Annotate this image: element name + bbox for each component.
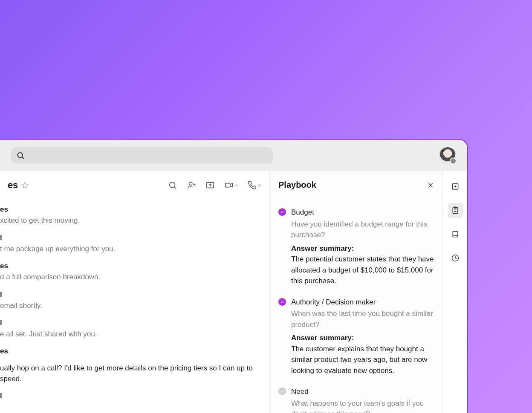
playbook-header: Playbook [270,171,442,199]
playbook-body: BudgetHave you identified a budget range… [270,199,442,413]
svg-line-1 [22,157,24,158]
chat-message-text: xcited to get this moving. [0,215,262,226]
search-input[interactable] [11,147,273,163]
star-icon[interactable] [21,181,29,189]
playbook-item-question: When was the last time you bought a simi… [291,308,434,330]
chevron-down-icon [234,183,238,187]
playbook-item-title: Authority / Decision maker [291,297,434,308]
chat-message-author: l [0,319,262,327]
conversation-header: es [0,171,269,199]
video-call-button[interactable] [224,181,238,190]
check-circle-icon [278,298,286,306]
svg-marker-10 [230,183,233,187]
chat-message-text: t me package up everything for you. [0,244,262,255]
phone-call-button[interactable] [248,181,262,190]
chat-message: esxcited to get this moving. [0,205,262,226]
chat-message: esd a full comparison breakdown. [0,262,262,283]
playbook-answer-text: The potential customer states that they … [291,254,434,287]
header-actions [168,181,262,190]
playbook-answer-label: Answer summary: [291,243,434,254]
conversation-title: es [8,180,18,191]
playbook-item-title: Need [291,386,434,397]
chat-message: lemail shortly. [0,290,262,311]
right-rail [442,171,467,413]
close-icon[interactable] [427,182,434,189]
chat-message: l [0,392,262,400]
chat-message: le all set. Just shared with you. [0,319,262,340]
rail-notes-button[interactable] [448,227,463,242]
check-circle-icon [278,208,286,216]
chat-message: lt me package up everything for you. [0,234,262,255]
search-icon [16,151,25,160]
playbook-item: NeedWhat happens to your team's goals if… [278,386,434,413]
chat-message-text: d a full comparison breakdown. [0,272,262,283]
chat-message-text: email shortly. [0,301,262,311]
chevron-down-icon [257,183,262,187]
svg-rect-9 [226,183,230,187]
playbook-item-content: NeedWhat happens to your team's goals if… [291,386,434,413]
app-window: es esxcited to get [0,139,468,413]
chat-message-author: l [0,290,262,299]
chat-message-author: l [0,392,262,400]
avatar[interactable] [439,147,456,164]
svg-rect-20 [453,231,458,237]
svg-marker-2 [22,182,28,188]
playbook-panel: Playbook BudgetHave you identified a bud… [269,171,442,413]
chat-message: ually hop on a call? I'd like to get mor… [0,363,262,384]
playbook-item-content: Authority / Decision makerWhen was the l… [291,297,434,376]
playbook-item-content: BudgetHave you identified a budget range… [291,207,434,287]
circle-icon [278,387,286,395]
chat-message: es [0,347,262,356]
chat-message-text: ually hop on a call? I'd like to get mor… [0,363,262,384]
playbook-item-title: Budget [291,207,434,218]
svg-point-5 [189,182,192,185]
playbook-item-question: What happens to your team's goals if you… [291,398,434,413]
share-screen-icon[interactable] [205,181,215,190]
rail-history-button[interactable] [448,250,463,266]
chat-message-author: es [0,262,262,270]
rail-add-note-button[interactable] [448,179,463,194]
chat-message-author: l [0,234,262,242]
playbook-title: Playbook [278,180,316,190]
playbook-answer-label: Answer summary: [291,333,434,344]
playbook-answer-text: The customer explains that they bought a… [291,344,434,376]
playbook-item: Authority / Decision makerWhen was the l… [278,297,434,376]
chat-area: esxcited to get this moving.lt me packag… [0,199,269,413]
add-person-icon[interactable] [187,181,196,190]
rail-playbook-button[interactable] [448,203,463,218]
search-in-conversation-icon[interactable] [168,181,177,190]
topbar [0,140,467,171]
playbook-item-question: Have you identified a budget range for t… [291,219,434,241]
main-column: es esxcited to get [0,171,269,413]
svg-line-4 [174,186,176,188]
chat-message-text: e all set. Just shared with you. [0,329,262,340]
chat-message-author: es [0,347,262,356]
chat-message-author: es [0,205,262,214]
playbook-item: BudgetHave you identified a budget range… [278,207,434,287]
